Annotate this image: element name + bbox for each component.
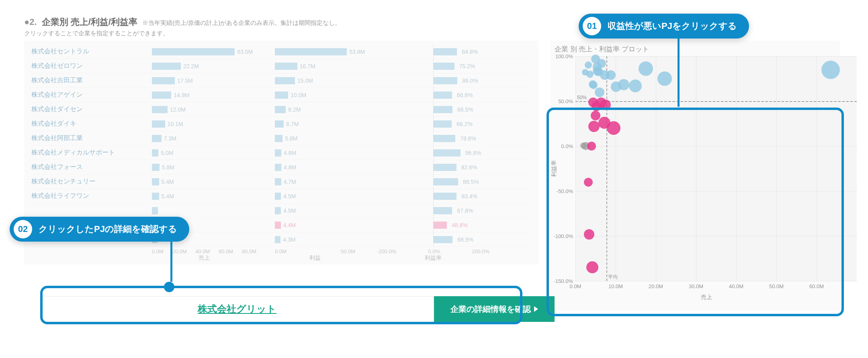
detail-company-link[interactable]: 株式会社グリット [198,303,276,315]
margin-bar: 84.8% [377,48,497,56]
table-row[interactable]: 4.5M67.8% [31,203,531,218]
sales-bar: 10.1M [152,120,275,128]
table-row[interactable]: 株式会社センチュリー5.4M4.7M88.5% [31,175,531,189]
sales-bar: 7.3M [152,134,275,142]
scatter-point[interactable] [607,121,620,135]
sales-bar: 17.5M [152,77,275,85]
margin-bar: 75.2% [377,62,497,70]
scatter-plot[interactable]: 利益率 0.0M10.0M20.0M30.0M40.0M50.0M60.0M10… [575,56,857,281]
company-name: 株式会社ゼロワン [31,62,152,70]
detail-panel: 株式会社グリット 企業の詳細情報を確認 [40,289,555,329]
profit-bar: 15.0M [275,77,377,85]
profit-bar: 4.3M [275,236,377,244]
table-row[interactable]: 株式会社フォース5.8M4.8M82.6% [31,160,531,175]
annotation-02-connector [168,242,174,292]
scatter-point[interactable] [597,59,606,68]
table-row[interactable]: 株式会社ゼロワン22.2M16.7M75.2% [31,59,531,73]
profit-bar: 53.8M [275,48,377,56]
sales-bar: 5.4M [152,178,275,186]
sales-bar: 22.2M [152,62,275,70]
scatter-point[interactable] [586,261,598,273]
table-row[interactable]: 株式会社阿部工業7.3M5.8M78.8% [31,131,531,146]
profit-bar: 6.7M [275,120,377,128]
scatter-ylabel: 利益率 [551,160,558,177]
scatter-point[interactable] [600,100,611,110]
annotation-02: 02 クリックしたPJの詳細を確認する [10,217,189,242]
company-name: 株式会社メディカルサポート [31,148,152,157]
table-row[interactable]: 株式会社セントラル63.5M53.8M84.8% [31,45,531,59]
scatter-point[interactable] [589,80,597,88]
company-name: 株式会社吉田工業 [31,76,152,85]
table-row[interactable]: 株式会社アゲイン14.9M10.0M66.8% [31,88,531,102]
margin-bar: 96.8% [377,149,497,157]
margin-bar: 66.8% [377,91,497,99]
scatter-panel: 企業 別 売上・利益率 プロット 利益率 0.0M10.0M20.0M30.0M… [551,41,840,311]
annotation-02-text: クリックしたPJの詳細を確認する [39,223,177,235]
detail-button-label: 企業の詳細情報を確認 [450,304,531,315]
sales-bar: 12.0M [152,106,275,114]
section-bullet: ●2. [24,17,37,27]
annotation-02-number: 02 [14,220,32,238]
scatter-point[interactable] [639,61,653,76]
annotation-01-connector [678,39,680,107]
scatter-point[interactable] [588,121,600,132]
margin-bar: 48.8% [377,221,497,229]
section-title: 企業別 売上/利益/利益率 [42,16,137,28]
scatter-point[interactable] [821,61,840,79]
sales-bar: 14.9M [152,91,275,99]
scatter-point[interactable] [657,71,672,86]
table-row[interactable]: 株式会社ライフワン5.4M4.5M83.4% [31,189,531,203]
table-row[interactable]: 株式会社メディカルサポート5.0M4.8M96.8% [31,146,531,160]
triangle-right-icon [534,306,538,312]
profit-bar: 4.7M [275,178,377,186]
annotation-01: 01 収益性が悪いPJをクリックする [579,14,749,39]
margin-bar: 66.2% [377,120,497,128]
margin-bar: 86.0% [377,77,497,85]
scatter-point[interactable] [591,111,600,120]
profit-bar: 16.7M [275,62,377,70]
company-name: 株式会社フォース [31,163,152,171]
scatter-point[interactable] [587,142,596,151]
profit-bar: 10.0M [275,91,377,99]
scatter-point[interactable] [595,87,604,97]
margin-bar: 67.8% [377,207,497,215]
scatter-point[interactable] [611,81,621,92]
sales-bar: 5.4M [152,192,275,200]
margin-bar: 83.4% [377,192,497,200]
scatter-point[interactable] [580,142,587,149]
sales-bar: 63.5M [152,48,275,56]
table-row[interactable]: 株式会社ダイセン12.0M8.2M68.5% [31,102,531,117]
detail-button[interactable]: 企業の詳細情報を確認 [434,296,555,322]
sales-bar: 5.8M [152,163,275,171]
scatter-point[interactable] [584,229,594,240]
scatter-point[interactable] [582,69,588,75]
profit-bar: 5.8M [275,134,377,142]
company-name: 株式会社阿部工業 [31,134,152,142]
scatter-point[interactable] [629,79,642,92]
table-row[interactable]: 株式会社吉田工業17.5M15.0M86.0% [31,73,531,88]
company-name: 株式会社ダイセン [31,105,152,114]
sales-bar [152,207,275,215]
profit-bar: 8.2M [275,106,377,114]
annotation-01-number: 01 [583,17,601,35]
margin-bar: 68.5% [377,106,497,114]
margin-bar: 88.5% [377,178,497,186]
detail-company[interactable]: 株式会社グリット [40,296,434,322]
margin-bar: 78.8% [377,134,497,142]
bar-axis: 0.0M20.0M40.0M60.0M80.0M売上0.0M50.0M利益-20… [31,247,531,263]
annotation-01-text: 収益性が悪いPJをクリックする [608,20,737,32]
scatter-point[interactable] [585,61,592,69]
profit-bar: 4.5M [275,192,377,200]
company-name: 株式会社ダイキ [31,120,152,128]
company-name: 株式会社アゲイン [31,91,152,99]
company-name: 株式会社センチュリー [31,177,152,186]
scatter-xlabel: 売上 [575,294,837,301]
scatter-point[interactable] [606,70,616,80]
profit-bar: 4.8M [275,163,377,171]
profit-bar: 4.8M [275,149,377,157]
profit-bar: 4.5M [275,207,377,215]
margin-bar: 68.9% [377,236,497,244]
scatter-point[interactable] [584,178,593,187]
scatter-point[interactable] [593,67,602,75]
table-row[interactable]: 株式会社ダイキ10.1M6.7M66.2% [31,117,531,131]
